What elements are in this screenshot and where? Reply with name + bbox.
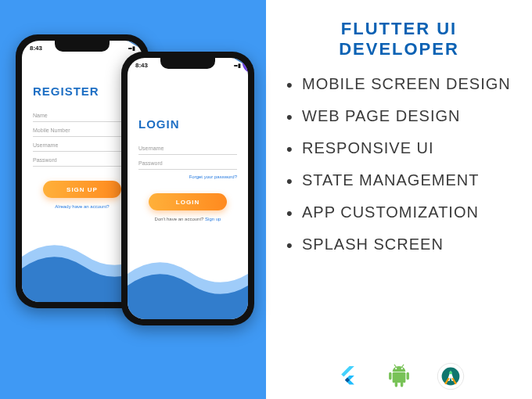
phone-showcase: 8:43 ••• ▮ REGISTER Name Mobile Number U… (0, 0, 266, 399)
list-item: State management (283, 171, 515, 189)
status-time: 8:43 (135, 62, 148, 69)
svg-rect-10 (401, 383, 403, 387)
svg-point-2 (243, 58, 248, 74)
features-panel: FLUTTER UI DEVELOPER Mobile screen desig… (266, 0, 532, 399)
svg-line-12 (402, 365, 404, 367)
wave-bottom-decoration (128, 233, 248, 319)
login-screen: 8:43 ••• ▮ LOGIN Username Password Forge… (128, 58, 248, 319)
svg-rect-9 (395, 383, 397, 387)
login-phone-frame: 8:43 ••• ▮ LOGIN Username Password Forge… (121, 52, 254, 325)
list-item: App customization (283, 203, 515, 221)
phone-notch (160, 58, 215, 69)
forgot-password-link[interactable]: Forget your password? (128, 174, 237, 179)
svg-rect-7 (389, 372, 391, 380)
login-button[interactable]: LOGIN (149, 193, 227, 210)
promo-banner: 8:43 ••• ▮ REGISTER Name Mobile Number U… (0, 0, 532, 399)
phone-notch (55, 41, 110, 52)
page-title: FLUTTER UI DEVELOPER (283, 19, 515, 59)
flutter-icon (332, 361, 362, 391)
svg-rect-4 (393, 372, 406, 383)
svg-point-15 (449, 372, 452, 375)
svg-point-6 (401, 368, 403, 369)
tech-logos (266, 361, 532, 391)
android-icon (384, 361, 414, 391)
feature-list: Mobile screen design Web page design Res… (283, 75, 515, 253)
username-field[interactable]: Username (33, 137, 131, 152)
list-item: Web page design (283, 107, 515, 125)
signup-link[interactable]: Don't have an account? Sign up (128, 217, 248, 221)
android-studio-icon (436, 361, 466, 391)
username-field[interactable]: Username (138, 140, 237, 155)
password-field[interactable]: Password (138, 155, 237, 170)
list-item: Splash Screen (283, 235, 515, 253)
password-field[interactable]: Password (33, 152, 131, 167)
svg-rect-8 (407, 372, 409, 380)
list-item: Mobile screen design (283, 75, 515, 93)
mobile-field[interactable]: Mobile Number (33, 122, 131, 137)
list-item: Responsive UI (283, 139, 515, 157)
signup-button[interactable]: SIGN UP (43, 181, 121, 198)
svg-line-11 (394, 365, 396, 367)
status-time: 8:43 (30, 45, 42, 52)
svg-point-5 (395, 368, 397, 369)
name-field[interactable]: Name (33, 107, 131, 122)
